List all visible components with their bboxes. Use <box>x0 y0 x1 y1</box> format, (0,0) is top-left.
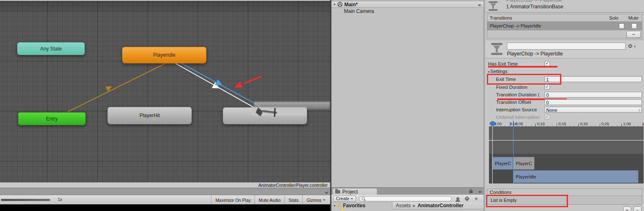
state-label: Entry <box>46 116 58 122</box>
transition-row-label: PlayerChop -> PlayerIdle <box>490 23 541 28</box>
scale-slider[interactable] <box>1 199 50 201</box>
transition-marker-vertical-line[interactable] <box>513 126 514 183</box>
scene-title: Main* <box>344 2 358 8</box>
maximize-on-play-button[interactable]: Maximize On Play <box>211 195 255 205</box>
search-input[interactable] <box>359 196 452 201</box>
controller-path-text: AnimatorController/Player.controller <box>258 183 328 188</box>
transitions-list: Transitions Solo Mute PlayerChop -> Play… <box>487 14 642 38</box>
transition-duration-field[interactable]: 0 <box>545 92 642 98</box>
clipped-header-text: PlayerChop -> PlayerIdle <box>506 0 562 2</box>
hierarchy-item-main-camera[interactable]: Main Camera <box>344 8 374 14</box>
clip-label: PlayerC <box>495 161 511 166</box>
unity-editor-window: Any State PlayerIdle Entry PlayerHit Ani… <box>0 0 644 211</box>
state-node-any-state[interactable]: Any State <box>17 42 85 55</box>
add-condition-button[interactable]: + <box>623 206 631 211</box>
solo-checkbox[interactable] <box>619 23 624 29</box>
transition-offset-field[interactable]: 0 <box>545 99 642 105</box>
panel-menu-icon[interactable]: ▾≡ <box>478 3 481 7</box>
lock-icon[interactable] <box>469 191 473 193</box>
transition-icon-large <box>491 43 507 59</box>
transition-name-label: PlayerChop -> PlayerIdle <box>507 51 563 57</box>
animator-graph-canvas[interactable]: Any State PlayerIdle Entry PlayerHit <box>0 0 330 182</box>
divider <box>485 12 644 13</box>
fixed-duration-checkbox[interactable] <box>545 84 550 90</box>
tick-label: 0:15 <box>558 121 566 126</box>
playhead-line[interactable] <box>492 126 493 183</box>
remove-transition-button[interactable]: – <box>626 31 641 38</box>
controller-path-bar: AnimatorController/Player.controller <box>0 182 330 188</box>
timeline-clip-playerchop-b[interactable]: PlayerC <box>513 157 535 170</box>
star-icon: ★ <box>337 203 342 208</box>
create-dropdown[interactable]: Create ▼ <box>333 196 356 202</box>
transition-duration-label: Transition Duration ( <box>496 92 545 97</box>
ordered-interruption-label: Ordered Interruption <box>496 115 545 120</box>
scale-value: 1x <box>58 197 62 202</box>
remove-condition-button[interactable]: − <box>634 206 641 211</box>
state-node-playerhit[interactable]: PlayerHit <box>107 107 192 124</box>
gear-icon[interactable]: ⚙ <box>628 43 633 49</box>
annotation-underline-has-exit-time <box>488 66 557 68</box>
transition-list-row-selected[interactable]: PlayerChop -> PlayerIdle <box>487 22 642 30</box>
transition-entry-to-idle[interactable] <box>68 63 166 112</box>
transition-name-input[interactable] <box>507 43 626 50</box>
tick-label: 0:25 <box>601 121 609 126</box>
foldout-triangle-icon[interactable]: ▼ <box>333 204 336 207</box>
mute-audio-label: Mute Audio <box>259 198 281 203</box>
state-node-entry[interactable]: Entry <box>18 112 86 125</box>
inspector-panel: PlayerChop -> PlayerIdle 1 AnimatorTrans… <box>485 0 644 211</box>
mute-column-label: Mute <box>629 15 639 20</box>
game-view-tab-bar: ▾≡ <box>0 188 330 195</box>
minus-icon: − <box>636 208 639 211</box>
interruption-source-value: None <box>546 108 557 113</box>
transition-start-flag-icon[interactable] <box>510 122 513 126</box>
search-by-label-icon[interactable] <box>463 196 470 201</box>
transition-chop-to-idle-selected[interactable] <box>178 62 266 110</box>
foldout-triangle-icon[interactable]: ▼ <box>333 3 336 6</box>
settings-foldout-icon[interactable]: ▼ <box>487 70 490 73</box>
timeline-ruler[interactable]: 0:00 0:05 0:10 0:15 0:20 0:25 1:00 1 <box>489 121 644 127</box>
annotation-box-exit-time <box>487 74 561 85</box>
favorites-star-icon[interactable]: ★ <box>473 196 479 201</box>
annotation-box-list-is-empty <box>486 195 568 207</box>
settings-label: Settings <box>490 69 508 74</box>
conditions-header-label: Conditions <box>490 190 512 195</box>
transition-offset-value: 0 <box>546 100 549 105</box>
chevron-right-icon: ▶ <box>413 204 415 208</box>
tab-project[interactable]: Project <box>332 188 377 195</box>
transition-name-block: ⚙ ▼ PlayerChop -> PlayerIdle <box>485 40 644 58</box>
mute-audio-button[interactable]: Mute Audio <box>255 195 285 205</box>
search-by-type-icon[interactable] <box>454 196 461 201</box>
tick-label: 0:10 <box>537 121 545 126</box>
chevron-down-icon: ▼ <box>634 45 636 48</box>
clip-label: PlayerIdle <box>516 174 536 179</box>
timeline-body[interactable]: PlayerC PlayerC PlayerIdle <box>489 126 644 183</box>
transition-timeline[interactable]: 0:00 0:05 0:10 0:15 0:20 0:25 1:00 1 Pla… <box>489 121 644 188</box>
timeline-guide-line <box>489 140 644 141</box>
panel-menu-icon[interactable]: ▾≡ <box>325 191 328 195</box>
stats-button[interactable]: Stats <box>285 195 303 205</box>
panel-menu-icon[interactable]: ▾≡ <box>479 190 481 194</box>
interruption-source-dropdown[interactable]: None ↕ <box>545 107 642 113</box>
project-tab-label: Project <box>342 189 358 195</box>
project-tree-partial-row <box>331 209 392 211</box>
gizmos-dropdown[interactable]: Gizmos ▼ <box>302 195 329 205</box>
state-node-playeridle[interactable]: PlayerIdle <box>122 47 206 63</box>
game-view-viewport <box>0 204 330 211</box>
timeline-clip-playerchop-a[interactable]: PlayerC <box>492 157 513 170</box>
mute-checkbox[interactable] <box>631 23 637 29</box>
clipped-header: PlayerChop -> PlayerIdle <box>485 0 644 3</box>
timeline-clip-playeridle[interactable]: PlayerIdle <box>513 170 639 183</box>
material-icon <box>341 209 344 211</box>
transition-end-flag-icon[interactable] <box>514 122 517 126</box>
minus-icon: – <box>632 32 635 36</box>
breadcrumb-current[interactable]: AnimatorController <box>417 203 463 208</box>
hierarchy-project-panel: ▼ Main* ▾≡ Main Camera Project ▾≡ Create <box>331 0 484 211</box>
favorites-folder-row[interactable]: ▼ ★ Favorites <box>331 202 392 209</box>
transition-duration-value: 0 <box>546 93 549 98</box>
conditions-buttons: + − <box>623 206 641 211</box>
stats-label: Stats <box>289 198 299 203</box>
scene-header-row[interactable]: ▼ Main* ▾≡ <box>331 1 484 8</box>
breadcrumb: Assets ▶ AnimatorController <box>392 202 484 209</box>
breadcrumb-root[interactable]: Assets <box>396 203 411 208</box>
state-label: PlayerHit <box>140 113 160 118</box>
